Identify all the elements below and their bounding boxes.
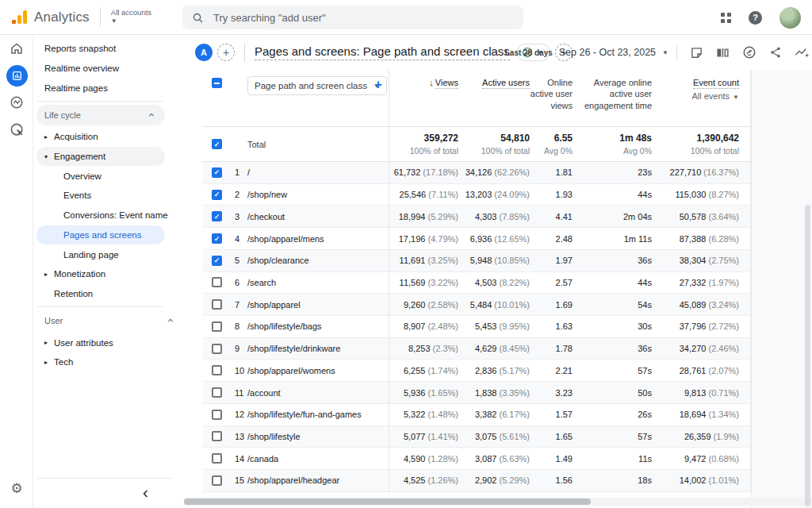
table-row[interactable]: 2 /shop/new 25,546 (7.11%) 13,203 (24.09… (203, 184, 750, 206)
table-row[interactable]: 10 /shop/apparel/womens 6,255 (1.74%) 2,… (203, 360, 750, 382)
table-row[interactable]: 15 /shop/apparel/headgear 4,525 (1.26%) … (203, 470, 750, 492)
event-filter-dropdown[interactable]: All events▼ (652, 90, 739, 102)
help-icon[interactable]: ? (749, 11, 762, 25)
sidebar-item-overview[interactable]: Overview (33, 166, 184, 186)
property-avatar[interactable]: A (195, 44, 213, 61)
advertising-icon[interactable] (0, 116, 33, 143)
column-header-active-users[interactable]: Active users (458, 70, 530, 88)
online-views-cell: 1.56 (530, 475, 573, 485)
collapse-sidebar-icon[interactable] (141, 489, 151, 498)
avg-time-cell: 36s (573, 344, 652, 353)
event-count-cell: 115,030 (8.27%) (652, 190, 739, 199)
add-dimension-button[interactable]: + (374, 78, 382, 91)
table-row[interactable]: 6 /search 11,569 (3.22%) 4,503 (8.22%) 2… (203, 272, 750, 294)
sidebar-item-retention[interactable]: Retention (33, 284, 184, 304)
report-data-table: Page path and screen class ▼ + ↓Views Ac… (203, 70, 751, 492)
row-checkbox[interactable] (212, 453, 222, 464)
home-icon[interactable] (0, 35, 33, 62)
table-row[interactable]: 11 /account 5,936 (1.65%) 1,838 (3.35%) … (203, 382, 750, 404)
online-views-cell: 2.57 (530, 278, 573, 287)
account-switcher[interactable]: All accounts ▼ (111, 9, 151, 25)
row-checkbox[interactable] (212, 431, 222, 441)
table-row[interactable]: 14 /canada 4,590 (1.28%) 3,087 (5.63%) 1… (203, 448, 750, 470)
explore-icon[interactable] (0, 89, 33, 116)
row-checkbox[interactable] (212, 190, 222, 200)
online-views-cell: 1.57 (530, 410, 573, 419)
row-checkbox[interactable] (212, 475, 222, 486)
sidebar-item-label: User (44, 316, 63, 325)
sidebar-item-life-cycle[interactable]: Life cycle (36, 105, 165, 125)
sidebar-item-landing-page[interactable]: Landing page (33, 244, 184, 264)
column-header-online-views[interactable]: Online active user views (530, 70, 573, 111)
user-avatar[interactable] (779, 7, 801, 29)
page-path: /shop/lifestyle/bags (247, 321, 389, 331)
sidebar-item-reports-snapshot[interactable]: Reports snapshot (33, 39, 184, 59)
sort-desc-icon: ↓ (429, 78, 434, 87)
row-checkbox[interactable] (212, 256, 222, 266)
table-row[interactable]: 13 /shop/lifestyle 5,077 (1.41%) 3,075 (… (203, 426, 750, 448)
avg-time-cell: 23s (573, 167, 652, 177)
sidebar-item-realtime-overview[interactable]: Realtime overview (33, 59, 184, 79)
sidebar-item-user-attributes[interactable]: ▸User attributes (33, 333, 184, 352)
active-users-cell: 3,087 (5.63%) (458, 454, 530, 464)
sidebar-item-events[interactable]: Events (33, 186, 184, 206)
dimension-selector[interactable]: Page path and screen class ▼ (247, 76, 387, 95)
sidebar-item-engagement[interactable]: ▾Engagement (36, 147, 165, 167)
row-number: 8 (235, 321, 247, 331)
table-row[interactable]: 7 /shop/apparel 9,260 (2.58%) 5,484 (10.… (203, 294, 750, 316)
table-row[interactable]: 5 /shop/clearance 11,691 (3.25%) 5,948 (… (203, 250, 750, 272)
search-input[interactable]: Try searching "add user" (182, 6, 523, 29)
date-range-picker[interactable]: Sep 26 - Oct 23, 2025 (559, 47, 656, 58)
select-all-checkbox[interactable] (212, 78, 222, 88)
sidebar-divider (36, 306, 163, 307)
column-header-views[interactable]: ↓Views (389, 70, 458, 88)
explore-circle-icon[interactable] (742, 45, 756, 60)
insights-icon[interactable] (795, 46, 810, 60)
row-checkbox[interactable] (212, 344, 222, 354)
sidebar-item-realtime-pages[interactable]: Realtime pages (33, 78, 184, 98)
total-checkbox[interactable] (212, 139, 222, 149)
row-checkbox[interactable] (212, 211, 222, 221)
vertical-scrollbar-thumb[interactable] (805, 205, 810, 506)
sidebar-item-pages-and-screens[interactable]: Pages and screens (36, 225, 165, 245)
sidebar-item-tech[interactable]: ▸Tech (33, 352, 184, 372)
sidebar-item-monetization[interactable]: ▸Monetization (33, 264, 184, 284)
active-users-cell: 2,902 (5.29%) (458, 475, 530, 485)
row-checkbox[interactable] (212, 365, 222, 375)
analytics-logo-icon[interactable] (12, 10, 27, 24)
horizontal-scrollbar[interactable] (184, 498, 812, 506)
table-row[interactable]: 9 /shop/lifestyle/drinkware 8,253 (2.3%)… (203, 338, 750, 360)
row-checkbox[interactable] (212, 233, 222, 244)
sidebar-item-acquisition[interactable]: ▸Acquisition (33, 127, 184, 147)
share-icon[interactable] (769, 46, 782, 59)
table-row[interactable]: 3 /checkout 18,994 (5.29%) 4,303 (7.85%)… (203, 206, 750, 228)
apps-grid-icon[interactable] (721, 13, 731, 23)
table-row[interactable]: 12 /shop/lifestyle/fun-and-games 5,322 (… (203, 404, 750, 426)
add-property-button[interactable]: + (217, 44, 235, 61)
column-header-event-count[interactable]: Event count All events▼ (652, 70, 739, 102)
row-checkbox[interactable] (212, 277, 222, 287)
row-number: 1 (235, 167, 247, 177)
page-path: /shop/lifestyle (247, 432, 389, 441)
table-row[interactable]: 1 / 61,732 (17.18%) 34,126 (62.26%) 1.81… (203, 162, 750, 184)
row-checkbox[interactable] (212, 410, 222, 420)
column-header-avg-engagement[interactable]: Average online active user engagement ti… (573, 70, 652, 111)
reports-icon[interactable] (0, 62, 33, 89)
row-checkbox[interactable] (212, 299, 222, 310)
table-row[interactable]: 8 /shop/lifestyle/bags 8,907 (2.48%) 5,4… (203, 316, 750, 338)
report-title[interactable]: Pages and screens: Page path and screen … (255, 44, 510, 60)
chevron-collapsed-icon: ▸ (44, 359, 54, 366)
row-checkbox[interactable] (212, 321, 222, 332)
row-number: 2 (235, 190, 247, 199)
active-users-cell: 3,075 (5.61%) (458, 432, 530, 441)
settings-gear-icon[interactable]: ⚙ (0, 480, 33, 497)
row-number: 5 (235, 256, 247, 265)
row-checkbox[interactable] (212, 167, 222, 178)
table-row[interactable]: 4 /shop/apparel/mens 17,196 (4.79%) 6,93… (203, 228, 750, 250)
comparisons-icon[interactable] (716, 46, 730, 60)
sidebar-item-user[interactable]: User (33, 310, 184, 331)
notes-icon[interactable] (690, 46, 703, 60)
horizontal-scrollbar-thumb[interactable] (184, 498, 591, 505)
row-checkbox[interactable] (212, 387, 222, 398)
sidebar-item-conversions-event-name[interactable]: Conversions: Event name (33, 206, 184, 225)
